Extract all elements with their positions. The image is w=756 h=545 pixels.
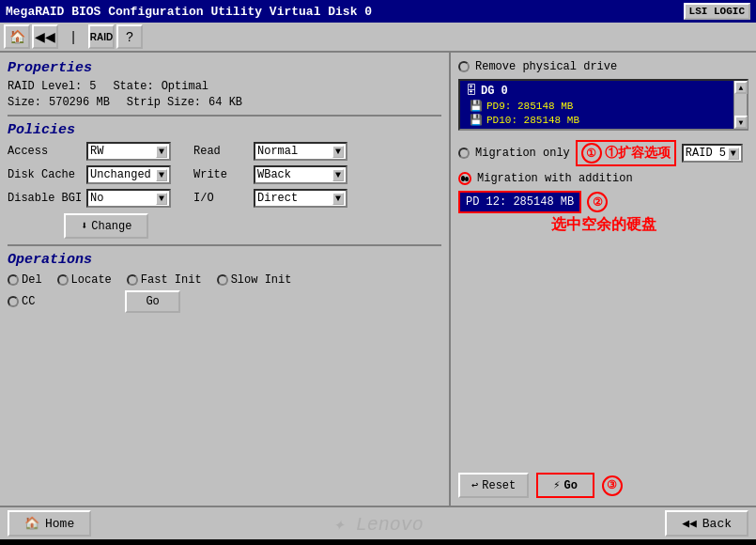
ops-row2: CC Go (8, 290, 441, 313)
home-icon: 🏠 (24, 516, 39, 531)
remove-drive-row: Remove physical drive (458, 60, 748, 73)
size-value: 570296 MB (49, 96, 110, 109)
slow-init-radio[interactable]: Slow Init (217, 273, 292, 287)
fast-init-radio[interactable]: Fast Init (127, 273, 202, 287)
read-select[interactable]: Normal ▼ (254, 142, 347, 161)
change-arrow-icon: ⬇ (81, 219, 87, 233)
annotation1-text: ①扩容选项 (605, 145, 671, 162)
disable-bgi-select[interactable]: No ▼ (86, 189, 171, 208)
pd10-item: 💾 PD10: 285148 MB (462, 113, 732, 127)
brand-label: LSI LOGIC (684, 3, 750, 20)
go-icon: ⚡ (553, 478, 560, 492)
slow-init-radio-circle (217, 274, 228, 286)
cc-radio-circle (8, 296, 19, 307)
selected-disk-box[interactable]: PD 12: 285148 MB (458, 191, 581, 213)
pd9-item: 💾 PD9: 285148 MB (462, 99, 732, 113)
io-label: I/O (193, 192, 250, 205)
annotation2-circle: ② (587, 192, 608, 212)
operations-section: Operations Del Locate Fast Init Slow Ini… (8, 252, 441, 313)
dg-scroll-down[interactable]: ▼ (734, 116, 748, 129)
size-label: Size: (8, 96, 41, 109)
raid-icon-btn[interactable]: RAID (88, 24, 115, 49)
pd9-label: PD9: 285148 MB (486, 101, 573, 112)
migration-addition-radio[interactable] (458, 172, 471, 185)
main-container: Properties RAID Level: 5 State: Optimal … (0, 53, 756, 506)
policies-section: Policies Access RW ▼ Read Normal ▼ Disk … (8, 122, 441, 239)
disk-cache-label: Disk Cache (8, 168, 83, 181)
db-icon: 🗄 (466, 84, 477, 98)
selected-disk-label: PD 12: 285148 MB (466, 195, 574, 209)
annotation2-text: 选中空余的硬盘 (551, 217, 656, 234)
access-label: Access (8, 145, 83, 158)
dg-scroll-up[interactable]: ▲ (734, 81, 748, 94)
dg-header: 🗄 DG 0 (462, 83, 732, 99)
access-select[interactable]: RW ▼ (86, 142, 171, 161)
locate-label: Locate (71, 273, 112, 287)
disk-cache-select[interactable]: Unchanged ▼ (86, 165, 171, 184)
raid-level-value: 5 (89, 80, 96, 93)
del-radio[interactable]: Del (8, 273, 42, 287)
remove-label: Remove physical drive (475, 60, 617, 73)
del-label: Del (22, 273, 42, 287)
raid-level-label: RAID Level: (8, 80, 82, 93)
annotation1-circle: ① (581, 143, 602, 164)
divider1 (8, 115, 441, 117)
home-toolbar-btn[interactable]: 🏠 (4, 24, 30, 49)
disk-cache-dropdown-arrow[interactable]: ▼ (156, 169, 167, 181)
policies-title: Policies (8, 122, 441, 138)
operations-title: Operations (8, 252, 441, 268)
dg-scrollbar: ▲ ▼ (733, 81, 747, 129)
status-bar: 🏠 Home ✦ Lenovo ◀◀ Back (0, 506, 756, 539)
disable-bgi-dropdown-arrow[interactable]: ▼ (156, 193, 167, 205)
access-dropdown-arrow[interactable]: ▼ (156, 146, 167, 158)
read-label: Read (193, 145, 250, 158)
disable-bgi-label: Disable BGI (8, 192, 83, 205)
cc-label: CC (22, 295, 35, 308)
divider2 (8, 244, 441, 246)
migration-only-radio[interactable] (458, 148, 470, 159)
reset-button[interactable]: ↩ Reset (458, 473, 529, 498)
del-radio-circle (8, 274, 19, 286)
write-select[interactable]: WBack ▼ (254, 165, 347, 184)
raid-type-select[interactable]: RAID 5 ▼ (682, 144, 743, 163)
size-row: Size: 570296 MB Strip Size: 64 KB (8, 96, 441, 109)
ops-row1: Del Locate Fast Init Slow Init (8, 273, 441, 287)
watermark: ✦ Lenovo (91, 512, 665, 536)
go-button[interactable]: ⚡ Go (536, 473, 594, 498)
home-button[interactable]: 🏠 Home (8, 510, 91, 537)
help-btn[interactable]: ? (116, 24, 143, 49)
raid-state-row: RAID Level: 5 State: Optimal (8, 80, 441, 93)
strip-size-value: 64 KB (208, 96, 242, 109)
left-panel: Properties RAID Level: 5 State: Optimal … (0, 53, 451, 506)
disk-group-container: 🗄 DG 0 💾 PD9: 285148 MB 💾 PD10: 285148 M… (458, 79, 748, 131)
back-toolbar-btn[interactable]: ◀◀ (32, 24, 58, 49)
title-bar: MegaRAID BIOS Configuration Utility Virt… (0, 0, 756, 23)
reset-icon: ↩ (471, 478, 478, 492)
back-button[interactable]: ◀◀ Back (665, 510, 748, 537)
read-dropdown-arrow[interactable]: ▼ (332, 146, 344, 158)
migration-only-row: Migration only ① ①扩容选项 RAID 5 ▼ (458, 140, 748, 166)
state-label: State: (113, 80, 153, 93)
cc-radio[interactable]: CC (8, 295, 35, 308)
toolbar: 🏠 ◀◀ | RAID ? (0, 23, 756, 53)
write-dropdown-arrow[interactable]: ▼ (332, 169, 344, 181)
io-select[interactable]: Direct ▼ (254, 189, 347, 208)
locate-radio[interactable]: Locate (57, 273, 112, 287)
app-title: MegaRAID BIOS Configuration Utility Virt… (6, 5, 372, 19)
back-arrow-icon: ◀◀ (682, 516, 697, 531)
strip-size-label: Strip Size: (127, 96, 201, 109)
raid-type-dropdown-arrow[interactable]: ▼ (728, 148, 739, 160)
fast-init-label: Fast Init (141, 273, 202, 287)
fast-init-radio-circle (127, 274, 138, 286)
change-button[interactable]: ⬇ Change (64, 213, 148, 239)
remove-radio-circle[interactable] (458, 61, 470, 72)
properties-title: Properties (8, 60, 441, 76)
bottom-buttons: ↩ Reset ⚡ Go ③ (458, 473, 748, 498)
operations-go-button[interactable]: Go (125, 290, 179, 313)
disk-icon2: 💾 (470, 114, 483, 126)
io-dropdown-arrow[interactable]: ▼ (332, 193, 344, 205)
separator-btn: | (60, 24, 86, 49)
right-panel: Remove physical drive 🗄 DG 0 💾 PD9: 2851… (451, 53, 756, 506)
properties-section: Properties RAID Level: 5 State: Optimal … (8, 60, 441, 109)
disk-icon1: 💾 (470, 100, 483, 112)
